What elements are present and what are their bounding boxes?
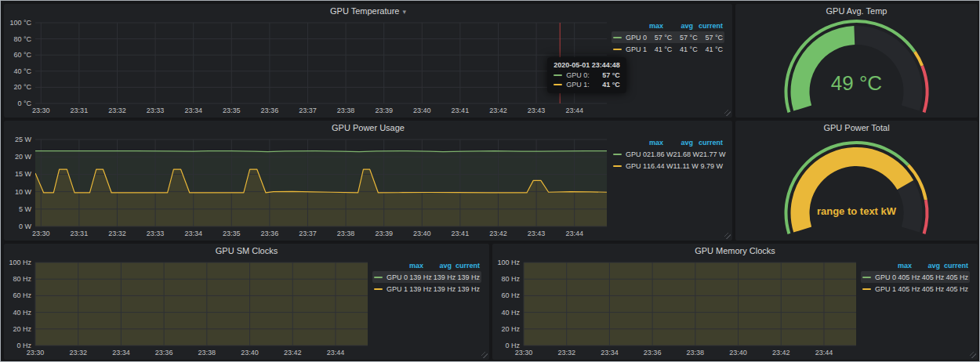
x-axis-tick-label: 23:36 (261, 230, 279, 237)
chart-canvas: 0 Hz20 Hz40 Hz60 Hz80 Hz100 Hz23:3023:32… (7, 258, 372, 358)
x-axis-tick-label: 23:35 (223, 230, 241, 237)
x-axis-tick-label: 23:43 (528, 107, 546, 114)
legend-row-gpu1: GPU 1 41 °C 41 °C 41 °C (612, 43, 724, 55)
legend-series-toggle-gpu0[interactable]: GPU 0 (374, 273, 408, 281)
x-axis-tick-label: 23:42 (489, 107, 507, 114)
legend-row-gpu1: GPU 1 16.44 W 11.11 W 9.79 W (612, 160, 724, 172)
series-dash-icon (613, 37, 622, 38)
gauge-gpu-power-total: range to text kW (735, 135, 978, 241)
x-axis-tick-label: 23:44 (815, 349, 833, 357)
x-axis-tick-label: 23:44 (565, 230, 583, 237)
y-axis-tick-label: 0 °C (17, 100, 31, 107)
panel-title-gpu-temperature[interactable]: GPU Temperature▾ (4, 4, 732, 18)
y-axis-tick-label: 60 Hz (13, 291, 31, 299)
panel-gpu-avg-temp: GPU Avg. Temp 49 °C (735, 4, 978, 118)
legend-header-max[interactable]: max (633, 139, 663, 147)
legend-header-avg[interactable]: avg (912, 262, 940, 270)
panel-title-gpu-sm-clocks[interactable]: GPU SM Clocks (4, 244, 489, 258)
chart-gpu-sm-clocks[interactable]: 0 Hz20 Hz40 Hz60 Hz80 Hz100 Hz23:3023:32… (7, 258, 372, 358)
legend-series-toggle-gpu1[interactable]: GPU 1 (613, 45, 647, 53)
panel-resize-handle[interactable] (481, 352, 488, 358)
legend-header-max[interactable]: max (884, 262, 912, 270)
legend-series-toggle-gpu1[interactable]: GPU 1 (862, 285, 896, 293)
series-dash-icon (554, 74, 562, 76)
legend-series-toggle-gpu0[interactable]: GPU 0 (613, 34, 647, 42)
panel-title-text: GPU Power Usage (332, 123, 405, 132)
x-axis-tick-label: 23:42 (284, 349, 302, 357)
x-axis-tick-label: 23:36 (155, 349, 173, 357)
chart-canvas: 0 Hz20 Hz40 Hz60 Hz80 Hz100 Hz23:3023:32… (495, 258, 861, 358)
legend-header-current[interactable]: current (940, 262, 968, 270)
panel-resize-handle[interactable] (970, 352, 976, 358)
x-axis-tick-label: 23:42 (489, 230, 507, 237)
gauge-gpu-avg-temp: 49 °C (735, 18, 978, 118)
panel-title-gpu-power-usage[interactable]: GPU Power Usage (4, 121, 732, 135)
x-axis-tick-label: 23:33 (147, 107, 165, 114)
x-axis-tick-label: 23:44 (565, 107, 583, 114)
y-axis-tick-label: 40 Hz (13, 309, 31, 317)
tooltip-timestamp: 2020-05-01 23:44:48 (554, 61, 620, 69)
x-axis-tick-label: 23:32 (557, 349, 575, 357)
chart-gpu-power-usage[interactable]: 0 W5 W10 W15 W20 W25 W23:3023:3123:3223:… (7, 135, 612, 239)
series-dash-icon (862, 288, 871, 290)
y-axis-tick-label: 20 W (15, 153, 32, 161)
legend-header-avg[interactable]: avg (423, 262, 452, 270)
panel-title-gpu-avg-temp[interactable]: GPU Avg. Temp (735, 4, 978, 18)
gauge-value-text: range to text kW (817, 205, 897, 217)
legend-header-current[interactable]: current (693, 139, 723, 147)
y-axis-tick-label: 80 Hz (13, 275, 31, 283)
gauge-canvas: 49 °C (735, 18, 978, 118)
panel-title-gpu-power-total[interactable]: GPU Power Total (735, 121, 978, 135)
panel-title-gpu-memory-clocks[interactable]: GPU Memory Clocks (492, 244, 978, 258)
x-axis-tick-label: 23:40 (413, 107, 431, 114)
legend-gpu-temperature: max avg current GPU 0 57 °C 57 °C 57 °C … (612, 18, 729, 116)
x-axis-tick-label: 23:34 (184, 230, 202, 237)
chart-gpu-memory-clocks[interactable]: 0 Hz20 Hz40 Hz60 Hz80 Hz100 Hz23:3023:32… (495, 258, 861, 358)
y-axis-tick-label: 0 W (19, 223, 32, 230)
tooltip-row-gpu0: GPU 0: 57 °C (554, 71, 620, 79)
legend-row-gpu0: GPU 0 405 Hz 405 Hz 405 Hz (861, 271, 970, 283)
x-axis-tick-label: 23:40 (729, 349, 747, 357)
series-dash-icon (374, 288, 383, 290)
panel-title-text: GPU Temperature (330, 6, 399, 16)
panel-resize-handle[interactable] (724, 233, 731, 239)
panel-gpu-sm-clocks: GPU SM Clocks 0 Hz20 Hz40 Hz60 Hz80 Hz10… (4, 244, 489, 360)
legend-row-gpu0: GPU 0 21.86 W 21.68 W 21.77 W (612, 148, 724, 160)
legend-header-current[interactable]: current (693, 22, 723, 30)
x-axis-tick-label: 23:39 (375, 107, 393, 114)
tooltip-row-gpu1: GPU 1: 41 °C (554, 81, 620, 89)
panel-resize-handle[interactable] (724, 110, 731, 116)
series-area (35, 258, 368, 346)
legend-series-toggle-gpu1[interactable]: GPU 1 (613, 162, 647, 170)
chart-canvas: 0 W5 W10 W15 W20 W25 W23:3023:3123:3223:… (7, 135, 612, 239)
x-axis-tick-label: 23:36 (261, 107, 279, 114)
y-axis-tick-label: 40 Hz (501, 309, 520, 317)
series-dash-icon (374, 277, 383, 278)
legend-row-gpu1: GPU 1 405 Hz 405 Hz 405 Hz (861, 283, 970, 295)
x-axis-tick-label: 23:30 (515, 349, 533, 357)
y-axis-tick-label: 60 °C (13, 51, 31, 59)
series-dash-icon (613, 154, 622, 155)
legend-header-max[interactable]: max (395, 262, 423, 270)
y-axis-tick-label: 5 W (19, 205, 32, 213)
x-axis-tick-label: 23:40 (413, 230, 431, 237)
panel-gpu-power-usage: GPU Power Usage 0 W5 W10 W15 W20 W25 W23… (4, 121, 732, 241)
x-axis-tick-label: 23:43 (528, 230, 546, 237)
legend-series-toggle-gpu0[interactable]: GPU 0 (613, 150, 647, 158)
legend-header-row: max avg current (372, 259, 481, 271)
x-axis-tick-label: 23:35 (223, 107, 241, 114)
legend-header-avg[interactable]: avg (663, 139, 693, 147)
series-dash-icon (613, 165, 622, 167)
legend-header-max[interactable]: max (633, 22, 663, 30)
legend-header-current[interactable]: current (452, 262, 480, 270)
gauge-track-arc (897, 180, 922, 233)
x-axis-tick-label: 23:36 (644, 349, 662, 357)
legend-series-toggle-gpu0[interactable]: GPU 0 (862, 273, 896, 281)
panel-gpu-memory-clocks: GPU Memory Clocks 0 Hz20 Hz40 Hz60 Hz80 … (492, 244, 978, 360)
x-axis-tick-label: 23:32 (69, 349, 87, 357)
legend-header-row: max avg current (612, 136, 724, 148)
y-axis-tick-label: 100 Hz (497, 259, 520, 266)
legend-header-avg[interactable]: avg (663, 22, 693, 30)
legend-series-toggle-gpu1[interactable]: GPU 1 (374, 285, 408, 293)
chart-gpu-temperature[interactable]: 0 °C20 °C40 °C60 °C80 °C100 °C23:3023:31… (7, 18, 612, 116)
